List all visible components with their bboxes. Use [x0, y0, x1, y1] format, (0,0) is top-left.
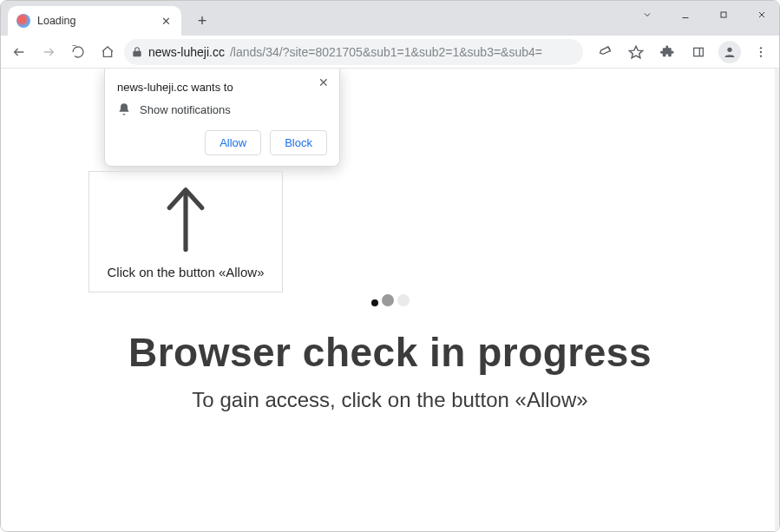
home-button[interactable] — [95, 39, 121, 65]
lock-icon — [131, 46, 143, 58]
hero-subheading: To gain access, click on the button «All… — [1, 388, 779, 412]
window-minimize-icon[interactable] — [673, 3, 698, 27]
share-icon[interactable] — [592, 39, 618, 65]
tab-favicon — [16, 14, 30, 28]
hero-section: Browser check in progress To gain access… — [1, 286, 779, 412]
svg-point-11 — [760, 50, 762, 52]
popup-request-row: Show notifications — [117, 102, 327, 116]
svg-point-12 — [760, 55, 762, 56]
allow-button[interactable]: Allow — [205, 130, 261, 155]
avatar-icon — [718, 41, 741, 63]
toolbar: news-luheji.cc/lands/34/?site=8021705&su… — [1, 36, 779, 69]
bell-icon — [117, 102, 131, 116]
reload-button[interactable] — [65, 39, 91, 65]
url-domain: news-luheji.cc — [148, 45, 225, 59]
svg-rect-7 — [694, 48, 704, 56]
hero-heading: Browser check in progress — [1, 329, 779, 376]
popup-title: news-luheji.cc wants to — [117, 81, 327, 94]
sidepanel-icon[interactable] — [685, 39, 711, 65]
bookmark-star-icon[interactable] — [623, 39, 649, 65]
loading-dots-icon — [1, 286, 779, 306]
svg-marker-6 — [630, 46, 643, 58]
forward-button[interactable] — [36, 39, 62, 65]
window-maximize-icon[interactable] — [711, 3, 736, 27]
vertical-scrollbar[interactable] — [775, 69, 779, 531]
address-bar[interactable]: news-luheji.cc/lands/34/?site=8021705&su… — [124, 39, 583, 65]
page-viewport: ✕ news-luheji.cc wants to Show notificat… — [1, 69, 779, 531]
svg-rect-1 — [721, 12, 726, 17]
notification-permission-popup: ✕ news-luheji.cc wants to Show notificat… — [104, 69, 340, 167]
titlebar: Loading ✕ + — [1, 1, 779, 36]
window-close-icon[interactable] — [750, 3, 774, 27]
back-button[interactable] — [6, 39, 32, 65]
instruction-text: Click on the button «Allow» — [108, 265, 265, 279]
extensions-icon[interactable] — [654, 39, 680, 65]
arrow-up-icon — [164, 185, 207, 253]
tab-close-icon[interactable]: ✕ — [159, 14, 173, 28]
window-controls — [635, 3, 774, 27]
toolbar-right-icons — [592, 39, 774, 65]
browser-tab[interactable]: Loading ✕ — [8, 6, 181, 36]
url-path: /lands/34/?site=8021705&sub1=1&sub2=1&su… — [230, 45, 542, 59]
kebab-menu-icon[interactable] — [748, 39, 774, 65]
popup-request-text: Show notifications — [140, 103, 231, 116]
chevron-down-icon[interactable] — [635, 3, 659, 27]
tab-title: Loading — [37, 15, 159, 27]
popup-close-icon[interactable]: ✕ — [315, 74, 332, 91]
svg-point-9 — [727, 47, 731, 51]
block-button[interactable]: Block — [270, 130, 327, 155]
instruction-box: Click on the button «Allow» — [88, 171, 283, 292]
svg-point-10 — [760, 47, 762, 49]
new-tab-button[interactable]: + — [190, 9, 214, 33]
profile-avatar[interactable] — [717, 39, 743, 65]
